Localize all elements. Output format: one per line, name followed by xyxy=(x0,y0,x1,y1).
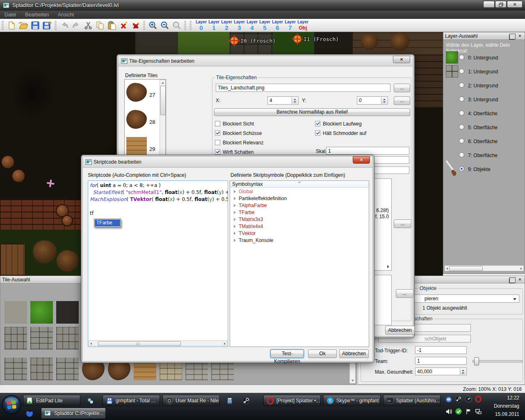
cut-icon[interactable] xyxy=(82,20,94,31)
layer-radio-1[interactable] xyxy=(459,68,464,74)
layer-row-2[interactable]: 2: Untergrund xyxy=(444,79,525,92)
slider-handle[interactable] xyxy=(474,357,479,365)
layer-row-8[interactable]: 9: Objekte xyxy=(444,163,525,176)
browse-file-button[interactable]: ... xyxy=(394,84,410,92)
flag-icon[interactable] xyxy=(465,408,472,415)
skal-input[interactable]: 1 xyxy=(326,147,409,155)
float-panel-icon[interactable] xyxy=(509,34,516,39)
taskbar-button-active[interactable]: Spladitor C:/Projekte... xyxy=(41,408,106,419)
value-spinner[interactable] xyxy=(460,368,466,374)
code-hscrollbar[interactable]: ||| xyxy=(89,340,227,346)
tile-swatch-cobble[interactable] xyxy=(56,327,79,349)
x-spinner[interactable] xyxy=(292,97,298,104)
new-file-icon[interactable] xyxy=(5,20,17,31)
layer-6-button[interactable]: Layer6 xyxy=(271,19,284,31)
tree-item-TMatrix4x4[interactable]: TMatrix4x4 xyxy=(230,223,369,230)
antivirus-icon[interactable] xyxy=(455,408,462,415)
test-compile-button[interactable]: Test-Kompilieren xyxy=(270,349,304,358)
edit-script-button[interactable]: ... xyxy=(394,219,411,228)
object-marker-1[interactable]: I1 (Frosch) xyxy=(291,33,304,46)
layer-3-button[interactable]: Layer3 xyxy=(233,19,246,31)
taskbar-button[interactable]: ∞Splatter (Ausführu... xyxy=(383,395,441,406)
taskbar-button[interactable]: [Projekt] Splatter •... xyxy=(263,395,321,406)
tree-item-Traum_Konsole[interactable]: Traum_Konsole xyxy=(230,237,369,244)
tree-item-TAlphaFarbe[interactable]: TAlphaFarbe xyxy=(230,202,369,209)
minimize-button[interactable] xyxy=(483,1,495,8)
zoom-in-icon[interactable] xyxy=(147,20,159,31)
steam-tray-icon[interactable] xyxy=(455,396,462,403)
calculator-icon[interactable] xyxy=(225,396,235,406)
expand-arrow-icon[interactable] xyxy=(234,239,236,242)
clock-time[interactable]: 12:22 xyxy=(507,395,519,401)
layer-radio-8[interactable] xyxy=(459,166,464,171)
layer-radio-6[interactable] xyxy=(459,138,464,144)
y-input[interactable]: 0 xyxy=(357,96,388,105)
close-icon[interactable]: × xyxy=(353,156,370,164)
tree-item-TFarbe[interactable]: TFarbe xyxy=(230,209,369,216)
checkbox-checked[interactable] xyxy=(215,130,220,136)
steam-icon[interactable] xyxy=(241,396,251,406)
resize-grip[interactable]: ⋰ xyxy=(367,356,371,360)
checkbox-unchecked[interactable] xyxy=(215,121,220,126)
layer-radio-5[interactable] xyxy=(459,124,464,130)
tile-list-item[interactable]: 28 xyxy=(126,110,159,135)
tile-swatch-cobble[interactable] xyxy=(30,358,53,380)
open-file-icon[interactable] xyxy=(17,20,29,31)
network-icon[interactable] xyxy=(475,408,482,415)
layer-0-button[interactable]: Layer0 xyxy=(195,19,208,31)
cancel-button[interactable]: Abbrechen xyxy=(339,349,369,358)
splatter-brush-icon[interactable] xyxy=(130,20,142,31)
autocomplete-popup[interactable]: TFarbe xyxy=(94,219,121,227)
tree-item-Global[interactable]: Global xyxy=(230,188,369,195)
layer-radio-0[interactable] xyxy=(459,55,464,60)
tree-item-TMatrix3x3[interactable]: TMatrix3x3 xyxy=(230,216,369,223)
float-panel-icon[interactable] xyxy=(509,277,516,283)
checkbox-checked[interactable] xyxy=(315,121,320,126)
normalmap-button[interactable]: Berechne NormalMap aus Relief xyxy=(214,108,410,116)
layer-Obj-button[interactable]: LayerObj xyxy=(297,19,309,31)
layer-2-button[interactable]: Layer2 xyxy=(220,19,233,31)
script-dialog-titlebar[interactable]: Skriptcode bearbeiten × xyxy=(83,157,372,168)
layer-row-5[interactable]: 5: Oberfläche xyxy=(444,121,525,134)
symbols-tree[interactable]: Symbolsyntax GlobalPartikeleffektdefinit… xyxy=(230,180,369,347)
messenger-icon[interactable] xyxy=(445,396,452,403)
close-panel-icon[interactable]: × xyxy=(517,277,523,282)
paste-icon[interactable] xyxy=(106,20,118,31)
save-file-as-icon[interactable] xyxy=(41,20,53,31)
taskbar-button[interactable]: EditPad Lite xyxy=(23,395,80,406)
start-button[interactable] xyxy=(1,395,22,416)
object-prop-input[interactable]: -1 xyxy=(415,346,467,354)
ok-button[interactable]: Ok xyxy=(308,349,337,358)
tile-swatch-asphalt[interactable] xyxy=(56,301,79,324)
layer-4-button[interactable]: Layer4 xyxy=(246,19,258,31)
tree-item-TVektor[interactable]: TVektor xyxy=(230,230,369,237)
layer-row-4[interactable]: 4: Oberfläche xyxy=(444,107,525,120)
zoom-reset-icon[interactable] xyxy=(171,20,183,31)
code-editor[interactable]: for( uint a = 0; a < 8; ++a ) StarteEffe… xyxy=(88,180,228,347)
checkbox-checked[interactable] xyxy=(215,149,220,155)
restore-button[interactable] xyxy=(495,1,507,8)
tile-swatch-cobble2[interactable] xyxy=(56,358,79,380)
checkbox-checked[interactable] xyxy=(315,130,320,136)
tile-swatch-plain[interactable] xyxy=(5,301,27,324)
close-button[interactable]: × xyxy=(507,1,523,8)
layer-radio-2[interactable] xyxy=(459,82,464,88)
menu-datei[interactable]: Datei xyxy=(0,11,21,19)
clock-day[interactable]: Donnerstag xyxy=(494,403,519,409)
y-spinner[interactable] xyxy=(381,97,387,104)
crescent-icon[interactable] xyxy=(25,409,34,418)
taskbar-button[interactable]: SSkype™ - grmpfant xyxy=(323,395,381,406)
layer-row-3[interactable]: 3: Untergrund xyxy=(444,93,525,106)
checkbox-unchecked[interactable] xyxy=(215,140,220,145)
tree-item-Partikeleffektdefinition[interactable]: Partikeleffektdefinition xyxy=(230,195,369,202)
layer-radio-4[interactable] xyxy=(459,110,464,116)
copy-icon[interactable] xyxy=(94,20,106,31)
symbols-tree-header[interactable]: Symbolsyntax xyxy=(230,181,369,188)
layer-7-button[interactable]: Layer7 xyxy=(284,19,297,31)
tileset-filename-input[interactable]: Tiles_Landschaft.png xyxy=(216,84,390,92)
layer-dock-scrollbar[interactable] xyxy=(445,265,524,271)
delete-icon[interactable] xyxy=(118,20,130,31)
edit-script-button-2[interactable]: ... xyxy=(396,289,413,298)
tile-list-item[interactable]: 27 xyxy=(126,83,159,107)
layer-1-button[interactable]: Layer1 xyxy=(208,19,220,31)
